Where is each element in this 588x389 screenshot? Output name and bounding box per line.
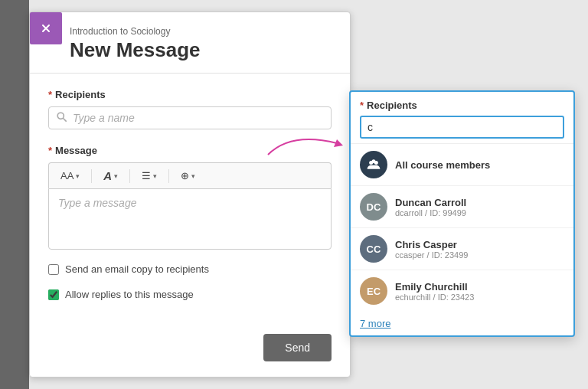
list-item[interactable]: CC Chris Casper ccasper / ID: 23499 <box>351 228 573 270</box>
toolbar-sep-1 <box>91 169 92 183</box>
message-required-star: * <box>48 145 52 156</box>
email-copy-row: Send an email copy to recipients <box>48 263 332 275</box>
new-message-modal: Introduction to Sociology New Message *R… <box>29 11 351 378</box>
dropdown-label: *Recipients <box>360 100 564 111</box>
toolbar-sep-3 <box>168 169 169 183</box>
message-section: *Message AA ▾ A ▾ ☰ ▾ ⊕ <box>48 145 332 250</box>
font-style-button[interactable]: A ▾ <box>98 166 123 185</box>
avatar: CC <box>360 235 387 263</box>
message-label: *Message <box>48 145 332 156</box>
recipient-placeholder: Type a name <box>73 112 135 124</box>
avatar: EC <box>360 277 387 305</box>
dropdown-required-star: * <box>360 100 364 111</box>
close-button[interactable] <box>30 12 62 44</box>
font-size-button[interactable]: AA ▾ <box>55 167 85 185</box>
item-name: All course members <box>395 159 490 171</box>
message-toolbar: AA ▾ A ▾ ☰ ▾ ⊕ ▾ <box>48 162 332 188</box>
item-sub: echurchill / ID: 23423 <box>395 293 474 302</box>
allow-replies-row: Allow replies to this message <box>48 289 332 300</box>
avatar <box>360 151 387 178</box>
modal-header: Introduction to Sociology New Message <box>30 12 350 74</box>
list-item[interactable]: DC Duncan Carroll dcarroll / ID: 99499 <box>351 186 573 228</box>
avatar: DC <box>360 193 387 221</box>
item-name: Chris Casper <box>395 239 468 250</box>
message-textarea[interactable]: Type a message <box>48 188 332 250</box>
item-text: Emily Churchill echurchill / ID: 23423 <box>395 281 474 302</box>
insert-button[interactable]: ⊕ ▾ <box>175 167 201 185</box>
allow-replies-checkbox[interactable] <box>48 289 59 300</box>
svg-line-1 <box>64 119 67 122</box>
list-icon: ☰ <box>142 170 151 181</box>
email-copy-checkbox[interactable] <box>48 264 59 275</box>
item-sub: ccasper / ID: 23499 <box>395 250 468 260</box>
modal-body: *Recipients Type a name *Message AA ▾ <box>30 74 350 315</box>
recipients-label: *Recipients <box>48 89 332 100</box>
recipients-dropdown: *Recipients All course members DC Dunc <box>349 90 575 337</box>
font-style-label: A <box>103 169 112 182</box>
item-text: Chris Casper ccasper / ID: 23499 <box>395 239 468 260</box>
modal-subtitle: Introduction to Sociology <box>70 26 335 37</box>
font-size-label: AA <box>60 170 74 181</box>
toolbar-sep-2 <box>129 169 130 183</box>
insert-icon: ⊕ <box>181 170 189 181</box>
font-size-chevron: ▾ <box>76 172 80 180</box>
emily-churchill-name: Emily Churchill <box>395 281 474 293</box>
dropdown-header: *Recipients <box>351 92 573 144</box>
item-sub: dcarroll / ID: 99499 <box>395 208 466 217</box>
recipients-input-wrap[interactable]: Type a name <box>48 106 332 129</box>
more-link[interactable]: 7 more <box>351 312 573 335</box>
list-chevron: ▾ <box>153 172 157 180</box>
item-text: Duncan Carroll dcarroll / ID: 99499 <box>395 197 466 217</box>
required-star: * <box>48 89 52 100</box>
list-item[interactable]: All course members <box>351 144 573 186</box>
dropdown-list: All course members DC Duncan Carroll dca… <box>351 144 573 312</box>
sidebar <box>0 0 29 389</box>
dropdown-search-input[interactable] <box>360 116 564 139</box>
item-name: Duncan Carroll <box>395 197 466 208</box>
insert-chevron: ▾ <box>191 172 195 180</box>
font-style-chevron: ▾ <box>114 172 118 180</box>
list-button[interactable]: ☰ ▾ <box>136 167 162 185</box>
item-text: All course members <box>395 159 490 171</box>
send-button[interactable]: Send <box>263 334 332 361</box>
search-icon <box>57 112 67 124</box>
modal-title: New Message <box>70 38 335 62</box>
allow-replies-label: Allow replies to this message <box>65 289 194 300</box>
message-placeholder: Type a message <box>58 197 136 209</box>
email-copy-label: Send an email copy to recipients <box>65 263 209 275</box>
list-item[interactable]: EC Emily Churchill echurchill / ID: 2342… <box>351 270 573 312</box>
svg-point-5 <box>372 159 376 163</box>
